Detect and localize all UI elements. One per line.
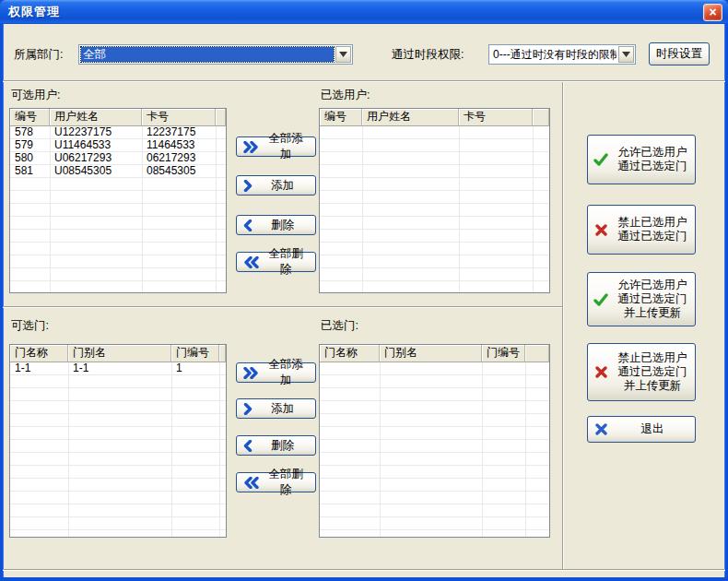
column-header[interactable]: 编号: [10, 109, 50, 126]
right-panel-divider: [562, 82, 564, 569]
column-header-filler: [525, 345, 549, 362]
close-icon: ×: [709, 5, 716, 19]
department-combo[interactable]: 全部: [78, 44, 353, 65]
available-users-table[interactable]: 编号 用户姓名 卡号 578 U12237175 12237175 579 U1…: [9, 108, 227, 293]
bottom-divider: [3, 569, 725, 571]
column-header[interactable]: 门别名: [68, 345, 171, 362]
users-remove-button[interactable]: 删除: [236, 215, 316, 235]
middle-divider: [3, 306, 562, 308]
remove-all-label: 全部删除: [265, 467, 310, 498]
table-row[interactable]: 1-1 1-1 1: [10, 362, 226, 375]
allow-pass-button[interactable]: 允许已选用户通过已选定门: [587, 135, 696, 184]
selected-users-table[interactable]: 编号 用户姓名 卡号: [319, 108, 550, 293]
window-bottom-border: [0, 577, 728, 581]
exit-label: 退出: [613, 422, 692, 436]
timezone-combo[interactable]: 0---通过时没有时段的限制: [488, 44, 636, 65]
timezone-combo-arrow[interactable]: [618, 46, 634, 63]
column-header[interactable]: 门编号: [482, 345, 525, 362]
table-header[interactable]: 编号 用户姓名 卡号: [320, 109, 549, 126]
table-row[interactable]: 578 U12237175 12237175: [10, 126, 226, 139]
forbid-pass-button[interactable]: 禁止已选用户通过已选定门: [587, 205, 696, 255]
remove-all-label: 全部删除: [265, 246, 310, 278]
chevron-double-right-icon: [243, 141, 259, 153]
department-label: 所属部门:: [14, 47, 63, 63]
column-header[interactable]: 用户姓名: [362, 109, 459, 126]
column-header-filler: [533, 109, 549, 126]
doors-add-button[interactable]: 添加: [236, 398, 316, 419]
check-icon: [591, 153, 611, 166]
remove-label: 删除: [259, 218, 310, 233]
column-header[interactable]: 门名称: [320, 345, 380, 362]
allow-pass-label: 允许已选用户通过已选定门: [613, 146, 692, 173]
permission-management-dialog: 权限管理 × 所属部门: 全部 通过时段权限: 0---通过时没有时段的限制 时…: [0, 0, 728, 581]
users-add-button[interactable]: 添加: [236, 175, 316, 196]
selected-doors-label: 已选门:: [321, 318, 358, 334]
table-row[interactable]: 581 U08545305 08545305: [10, 165, 226, 178]
users-add-all-button[interactable]: 全部添加: [236, 136, 316, 157]
available-doors-table[interactable]: 门名称 门别名 门编号 1-1 1-1 1: [9, 344, 227, 538]
table-body: [320, 362, 549, 537]
titlebar[interactable]: 权限管理 ×: [0, 0, 728, 24]
selected-doors-table[interactable]: 门名称 门别名 门编号: [319, 344, 550, 538]
doors-remove-button[interactable]: 删除: [236, 435, 316, 456]
table-body: 1-1 1-1 1: [10, 362, 226, 537]
allow-pass-upload-label: 允许已选用户通过已选定门 并上传更新: [613, 279, 692, 320]
available-users-label: 可选用户:: [11, 88, 60, 103]
exit-button[interactable]: 退出: [587, 416, 696, 443]
column-header[interactable]: 卡号: [459, 109, 533, 126]
add-all-label: 全部添加: [265, 131, 310, 162]
check-icon: [591, 293, 611, 306]
chevron-double-right-icon: [243, 367, 259, 379]
column-header-filler: [216, 109, 226, 126]
selected-users-label: 已选用户:: [321, 88, 370, 103]
chevron-right-icon: [243, 403, 252, 415]
department-combo-value: 全部: [81, 47, 334, 62]
cross-icon: [591, 224, 611, 236]
forbid-pass-upload-label: 禁止已选用户通过已选定门并上传更新: [613, 351, 692, 393]
table-body: 578 U12237175 12237175 579 U11464533 114…: [10, 126, 226, 292]
chevron-double-left-icon: [243, 256, 259, 268]
department-combo-arrow[interactable]: [335, 46, 351, 63]
users-remove-all-button[interactable]: 全部删除: [236, 252, 316, 272]
forbid-pass-label: 禁止已选用户通过已选定门: [613, 216, 692, 243]
chevron-down-icon: [622, 52, 630, 57]
column-header[interactable]: 编号: [320, 109, 362, 126]
table-row[interactable]: 579 U11464533 11464533: [10, 139, 226, 152]
table-header[interactable]: 门名称 门别名 门编号: [10, 345, 226, 362]
cross-icon: [591, 366, 611, 378]
add-all-label: 全部添加: [265, 357, 310, 388]
doors-remove-all-button[interactable]: 全部删除: [236, 472, 316, 492]
allow-pass-upload-button[interactable]: 允许已选用户通过已选定门 并上传更新: [587, 272, 696, 326]
timezone-combo-value: 0---通过时没有时段的限制: [493, 48, 616, 62]
timezone-settings-label: 时段设置: [656, 46, 702, 62]
table-row[interactable]: 580 U06217293 06217293: [10, 152, 226, 165]
chevron-right-icon: [243, 180, 252, 192]
chevron-left-icon: [243, 440, 252, 452]
column-header[interactable]: 用户姓名: [50, 109, 142, 126]
table-header[interactable]: 门名称 门别名 门编号: [320, 345, 549, 362]
remove-label: 删除: [259, 438, 310, 454]
timezone-settings-button[interactable]: 时段设置: [649, 42, 710, 65]
table-body: [320, 126, 549, 292]
chevron-double-left-icon: [243, 477, 259, 489]
top-divider: [3, 80, 725, 82]
column-header[interactable]: 门编号: [171, 345, 219, 362]
column-header[interactable]: 门别名: [380, 345, 482, 362]
add-label: 添加: [259, 401, 310, 417]
table-header[interactable]: 编号 用户姓名 卡号: [10, 109, 226, 126]
blue-cross-icon: [591, 423, 611, 435]
close-button[interactable]: ×: [703, 4, 722, 21]
chevron-down-icon: [339, 52, 347, 57]
window-title: 权限管理: [8, 0, 60, 23]
add-label: 添加: [259, 178, 310, 194]
chevron-left-icon: [243, 219, 252, 231]
column-header[interactable]: 卡号: [142, 109, 216, 126]
timezone-label: 通过时段权限:: [392, 47, 464, 63]
available-doors-label: 可选门:: [11, 318, 49, 334]
column-header-filler: [219, 345, 226, 362]
column-header[interactable]: 门名称: [10, 345, 68, 362]
forbid-pass-upload-button[interactable]: 禁止已选用户通过已选定门并上传更新: [587, 343, 696, 401]
doors-add-all-button[interactable]: 全部添加: [236, 362, 316, 383]
